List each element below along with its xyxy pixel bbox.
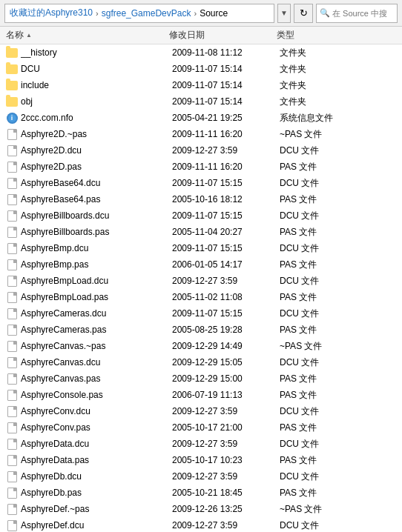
- file-type: DCU 文件: [280, 210, 396, 222]
- table-row[interactable]: AsphyreBmpLoad.pas2005-11-02 11:08PAS 文件: [0, 289, 402, 305]
- file-type: DCU 文件: [280, 275, 396, 287]
- file-type: 文件夹: [280, 47, 396, 59]
- table-row[interactable]: Asphyre2D.dcu2009-12-27 3:59DCU 文件: [0, 142, 402, 159]
- table-row[interactable]: DCU2009-11-07 15:14文件夹: [0, 61, 402, 77]
- dropdown-arrow[interactable]: ▼: [277, 4, 291, 23]
- file-icon: [6, 161, 18, 173]
- table-row[interactable]: AsphyreData.pas2005-10-17 10:23PAS 文件: [0, 452, 402, 468]
- file-type: PAS 文件: [280, 373, 396, 385]
- table-row[interactable]: AsphyreBmp.dcu2009-11-07 15:15DCU 文件: [0, 240, 402, 256]
- file-icon: [6, 487, 18, 499]
- file-type: DCU 文件: [280, 144, 396, 157]
- table-row[interactable]: AsphyreCanvas.~pas2009-12-29 14:49~PAS 文…: [0, 338, 402, 354]
- file-name: AsphyreBmp.pas: [21, 259, 172, 270]
- file-date: 2009-11-07 15:14: [172, 64, 280, 74]
- table-row[interactable]: AsphyreCameras.dcu2009-11-07 15:15DCU 文件: [0, 305, 402, 322]
- table-row[interactable]: AsphyreDb.pas2005-10-21 18:45PAS 文件: [0, 485, 402, 501]
- file-type: PAS 文件: [280, 324, 396, 336]
- file-name: AsphyreConv.pas: [21, 422, 172, 433]
- file-type: DCU 文件: [280, 438, 396, 450]
- file-type: DCU 文件: [280, 177, 396, 190]
- file-icon: [6, 259, 18, 270]
- file-icon: [6, 438, 18, 450]
- table-row[interactable]: AsphyreBmpLoad.dcu2009-12-27 3:59DCU 文件: [0, 273, 402, 289]
- col-header-name[interactable]: 名称 ▲: [6, 29, 169, 41]
- file-date: 2009-12-27 3:59: [172, 276, 280, 286]
- col-header-type[interactable]: 类型: [277, 29, 396, 41]
- file-type: DCU 文件: [280, 471, 396, 483]
- table-row[interactable]: AsphyreDef.~pas2009-12-26 13:25~PAS 文件: [0, 501, 402, 517]
- table-row[interactable]: __history2009-11-08 11:12文件夹: [0, 44, 402, 61]
- table-row[interactable]: AsphyreDef.dcu2009-12-27 3:59DCU 文件: [0, 517, 402, 532]
- info-icon: i: [6, 112, 18, 124]
- file-name: AsphyreDef.dcu: [21, 520, 172, 531]
- file-date: 2009-12-27 3:59: [172, 145, 280, 156]
- table-row[interactable]: AsphyreData.dcu2009-12-27 3:59DCU 文件: [0, 436, 402, 452]
- file-date: 2005-11-04 20:27: [172, 227, 280, 237]
- folder-icon: [6, 96, 18, 107]
- file-name: DCU: [21, 64, 172, 74]
- folder-icon: [6, 63, 18, 75]
- file-type: ~PAS 文件: [280, 128, 396, 141]
- file-icon: [6, 307, 18, 319]
- file-date: 2009-12-27 3:59: [172, 406, 280, 416]
- file-icon: [6, 242, 18, 254]
- file-name: AsphyreDb.dcu: [21, 471, 172, 482]
- table-row[interactable]: AsphyreBmp.pas2006-01-05 14:17PAS 文件: [0, 256, 402, 273]
- table-row[interactable]: AsphyreConsole.pas2006-07-19 11:13PAS 文件: [0, 387, 402, 403]
- table-row[interactable]: Asphyre2D.~pas2009-11-11 16:20~PAS 文件: [0, 126, 402, 142]
- table-row[interactable]: AsphyreBillboards.pas2005-11-04 20:27PAS…: [0, 224, 402, 240]
- file-date: 2005-10-17 21:00: [172, 422, 280, 433]
- file-name: Asphyre2D.dcu: [21, 145, 172, 156]
- col-header-date[interactable]: 修改日期: [169, 29, 277, 41]
- table-row[interactable]: obj2009-11-07 15:14文件夹: [0, 93, 402, 110]
- file-name: AsphyreData.dcu: [21, 439, 172, 449]
- file-date: 2005-11-02 11:08: [172, 292, 280, 302]
- table-row[interactable]: include2009-11-07 15:14文件夹: [0, 77, 402, 93]
- breadcrumb-favorites[interactable]: 收藏过的Asphyre310: [10, 7, 93, 19]
- file-icon: [6, 128, 18, 140]
- folder-icon: [6, 47, 18, 59]
- breadcrumb-container[interactable]: 收藏过的Asphyre310 › sgfree_GameDevPack › So…: [4, 4, 274, 23]
- table-row[interactable]: AsphyreConv.pas2005-10-17 21:00PAS 文件: [0, 419, 402, 436]
- file-icon: [6, 356, 18, 368]
- table-row[interactable]: AsphyreBase64.dcu2009-11-07 15:15DCU 文件: [0, 175, 402, 191]
- breadcrumb-sep-2: ›: [192, 9, 198, 18]
- file-name: AsphyreDb.pas: [21, 488, 172, 498]
- table-row[interactable]: AsphyreCanvas.dcu2009-12-29 15:05DCU 文件: [0, 354, 402, 370]
- file-name: AsphyreBillboards.dcu: [21, 210, 172, 221]
- file-date: 2005-10-17 10:23: [172, 455, 280, 465]
- table-row[interactable]: AsphyreCameras.pas2005-08-25 19:28PAS 文件: [0, 322, 402, 338]
- file-name: AsphyreCameras.pas: [21, 325, 172, 335]
- file-name: 2ccc.com.nfo: [21, 113, 172, 123]
- file-date: 2009-12-27 3:59: [172, 471, 280, 482]
- file-type: PAS 文件: [280, 389, 396, 402]
- search-box[interactable]: 🔍: [316, 4, 398, 23]
- file-date: 2006-07-19 11:13: [172, 390, 280, 400]
- file-type: DCU 文件: [280, 405, 396, 418]
- file-date: 2009-11-07 15:14: [172, 96, 280, 107]
- file-icon: [6, 519, 18, 531]
- table-row[interactable]: AsphyreBase64.pas2005-10-16 18:12PAS 文件: [0, 191, 402, 207]
- table-row[interactable]: AsphyreBillboards.dcu2009-11-07 15:15DCU…: [0, 207, 402, 224]
- table-row[interactable]: AsphyreConv.dcu2009-12-27 3:59DCU 文件: [0, 403, 402, 419]
- table-row[interactable]: AsphyreDb.dcu2009-12-27 3:59DCU 文件: [0, 468, 402, 485]
- file-name: AsphyreCanvas.pas: [21, 373, 172, 384]
- file-type: 系统信息文件: [280, 112, 396, 124]
- file-list: __history2009-11-08 11:12文件夹DCU2009-11-0…: [0, 44, 402, 532]
- file-icon: [6, 503, 18, 515]
- table-row[interactable]: i2ccc.com.nfo2005-04-21 19:25系统信息文件: [0, 110, 402, 126]
- file-icon: [6, 177, 18, 189]
- file-type: PAS 文件: [280, 291, 396, 304]
- file-icon: [6, 405, 18, 417]
- table-row[interactable]: AsphyreCanvas.pas2009-12-29 15:00PAS 文件: [0, 370, 402, 387]
- search-input[interactable]: [332, 9, 392, 18]
- file-icon: [6, 324, 18, 336]
- table-row[interactable]: Asphyre2D.pas2009-11-11 16:20PAS 文件: [0, 159, 402, 175]
- file-type: PAS 文件: [280, 193, 396, 206]
- file-date: 2005-10-16 18:12: [172, 194, 280, 205]
- sort-arrow-name: ▲: [26, 32, 32, 39]
- breadcrumb-gamedevpack[interactable]: sgfree_GameDevPack: [102, 8, 191, 19]
- refresh-button[interactable]: ↻: [294, 4, 313, 23]
- file-type: PAS 文件: [280, 161, 396, 173]
